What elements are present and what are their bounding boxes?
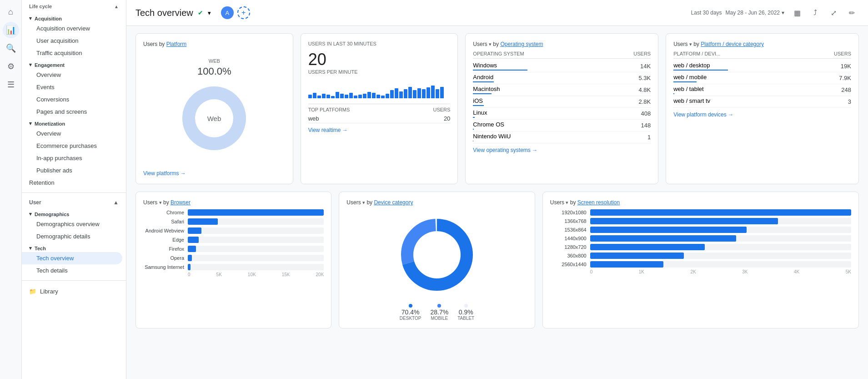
table-icon[interactable]: ▦ bbox=[790, 5, 804, 20]
edit-icon[interactable]: ✏ bbox=[844, 5, 859, 20]
device-card: Users ▾ by Device category bbox=[339, 192, 535, 328]
sidebar-item-tech-details[interactable]: Tech details bbox=[22, 264, 122, 277]
res-bar-wrap bbox=[590, 218, 851, 224]
share-icon[interactable]: ⤴ bbox=[808, 5, 823, 20]
sidebar-item-monetization-overview[interactable]: Overview bbox=[22, 127, 122, 140]
pd-dropdown[interactable]: ▾ bbox=[689, 41, 692, 47]
pd-table-row: web / desktop 19K bbox=[673, 61, 851, 72]
sidebar-item-events[interactable]: Events bbox=[22, 81, 122, 93]
mini-bar bbox=[340, 94, 344, 98]
resolution-link[interactable]: Screen resolution bbox=[577, 199, 620, 206]
engagement-group[interactable]: ▾ Engagement bbox=[22, 59, 126, 69]
sidebar-item-demographics-overview[interactable]: Demographics overview bbox=[22, 218, 122, 230]
sidebar-item-retention[interactable]: Retention bbox=[22, 177, 122, 189]
resolution-name: 1366x768 bbox=[550, 218, 587, 224]
legend-dot bbox=[464, 304, 468, 308]
device-link[interactable]: Device category bbox=[374, 199, 413, 206]
browser-axis: 05K10K15K20K bbox=[188, 272, 324, 277]
top-bar: Tech overview ✔ ▾ A + Last 30 days May 2… bbox=[126, 0, 868, 26]
os-name-text: iOS bbox=[473, 97, 638, 104]
sidebar-item-inapp[interactable]: In-app purchases bbox=[22, 152, 122, 164]
browser-bar bbox=[188, 209, 324, 216]
device-by-text: by bbox=[366, 199, 374, 206]
realtime-platform-row: web 20 bbox=[308, 114, 451, 123]
add-comparison-button[interactable]: + bbox=[237, 6, 250, 19]
pd-by-text: by bbox=[693, 41, 701, 47]
date-dropdown-icon: ▾ bbox=[782, 10, 784, 16]
demographics-chevron: ▾ bbox=[29, 211, 32, 217]
sidebar-item-traffic-acquisition[interactable]: Traffic acquisition bbox=[22, 47, 122, 59]
legend-pct: 0.9% bbox=[459, 308, 473, 316]
home-icon[interactable]: ⌂ bbox=[3, 4, 19, 20]
browser-chart-row: Samsung Internet bbox=[143, 264, 324, 270]
analytics-icon[interactable]: 📊 bbox=[3, 22, 19, 38]
os-row-name: Macintosh bbox=[473, 86, 638, 94]
os-bar bbox=[473, 117, 475, 118]
mini-bar bbox=[367, 92, 371, 98]
legend-pct: 28.7% bbox=[430, 308, 448, 316]
browser-link[interactable]: Browser bbox=[171, 199, 191, 206]
os-name-text: Windows bbox=[473, 62, 640, 69]
device-dropdown[interactable]: ▾ bbox=[362, 200, 365, 205]
view-realtime-link[interactable]: View realtime → bbox=[308, 127, 451, 133]
res-bar-wrap bbox=[590, 227, 851, 233]
pd-col2: USERS bbox=[834, 51, 851, 56]
compare-icon[interactable]: ⤢ bbox=[826, 5, 841, 20]
sidebar-item-pages-screens[interactable]: Pages and screens bbox=[22, 106, 122, 118]
os-users-text: Users bbox=[473, 41, 489, 47]
pd-link[interactable]: Platform / device category bbox=[701, 41, 764, 47]
mini-bar bbox=[390, 90, 394, 98]
sidebar-item-library[interactable]: 📁 Library bbox=[22, 284, 126, 298]
avatar-chip: A bbox=[221, 6, 234, 19]
os-dropdown[interactable]: ▾ bbox=[489, 41, 492, 47]
sidebar-item-overview[interactable]: Overview bbox=[22, 69, 122, 81]
settings-icon[interactable]: ⚙ bbox=[3, 58, 19, 75]
mini-bar bbox=[404, 89, 407, 98]
device-users-text: Users bbox=[346, 199, 362, 206]
platform-link[interactable]: Platform bbox=[166, 41, 187, 47]
pd-row-value: 248 bbox=[841, 86, 851, 93]
pd-rows: web / desktop 19K web / mobile 7.9K web … bbox=[673, 61, 851, 108]
browser-bar bbox=[188, 237, 199, 243]
lifecycle-section-header[interactable]: Life cycle ▲ bbox=[22, 0, 126, 13]
view-pd-link[interactable]: View platform devices → bbox=[673, 111, 851, 118]
browser-name: Samsung Internet bbox=[143, 264, 184, 270]
res-bar-wrap bbox=[590, 253, 851, 259]
browser-axis-label: 10K bbox=[248, 272, 256, 277]
os-bar bbox=[473, 129, 473, 130]
view-os-link[interactable]: View operating systems → bbox=[473, 147, 651, 153]
sidebar-item-acquisition-overview[interactable]: Acquisition overview bbox=[22, 22, 122, 35]
sidebar-item-demographic-details[interactable]: Demographic details bbox=[22, 230, 122, 243]
tech-group[interactable]: ▾ Tech bbox=[22, 243, 126, 252]
pd-table-row: web / smart tv 3 bbox=[673, 96, 851, 108]
resolution-dropdown[interactable]: ▾ bbox=[566, 200, 568, 205]
os-link[interactable]: Operating system bbox=[500, 41, 543, 47]
res-bar-wrap bbox=[590, 261, 851, 268]
os-row-name: Chrome OS bbox=[473, 121, 641, 130]
sidebar-item-tech-overview[interactable]: Tech overview bbox=[22, 252, 122, 264]
mini-bar bbox=[326, 95, 330, 98]
acquisition-group[interactable]: ▾ Acquisition bbox=[22, 13, 126, 22]
view-platforms-link[interactable]: View platforms → bbox=[143, 170, 286, 177]
list-icon[interactable]: ☰ bbox=[3, 76, 19, 93]
date-range-selector[interactable]: Last 30 days May 28 - Jun 26, 2022 ▾ bbox=[691, 10, 784, 16]
sidebar-item-publisher-ads[interactable]: Publisher ads bbox=[22, 164, 122, 177]
status-check-icon: ✔ bbox=[198, 9, 203, 16]
browser-chart-row: Safari bbox=[143, 218, 324, 225]
device-legend-item: 70.4% DESKTOP bbox=[400, 304, 421, 321]
sidebar-item-ecommerce[interactable]: Ecommerce purchases bbox=[22, 140, 122, 152]
legend-dot bbox=[437, 304, 441, 308]
browser-name: Chrome bbox=[143, 210, 184, 215]
sidebar-item-user-acquisition[interactable]: User acquisition bbox=[22, 35, 122, 47]
search-icon[interactable]: 🔍 bbox=[3, 40, 19, 56]
realtime-title: USERS IN LAST 30 MINUTES bbox=[308, 41, 451, 46]
mini-bar bbox=[408, 87, 412, 98]
demographics-group[interactable]: ▾ Demographics bbox=[22, 208, 126, 218]
os-table-row: Windows 14K bbox=[473, 61, 651, 72]
title-dropdown[interactable]: ▾ bbox=[208, 10, 211, 16]
user-section-header[interactable]: User ▲ bbox=[22, 197, 126, 208]
monetization-group[interactable]: ▾ Monetization bbox=[22, 118, 126, 127]
browser-name: Firefox bbox=[143, 246, 184, 252]
browser-dropdown[interactable]: ▾ bbox=[159, 200, 162, 205]
sidebar-item-conversions[interactable]: Conversions bbox=[22, 93, 122, 106]
